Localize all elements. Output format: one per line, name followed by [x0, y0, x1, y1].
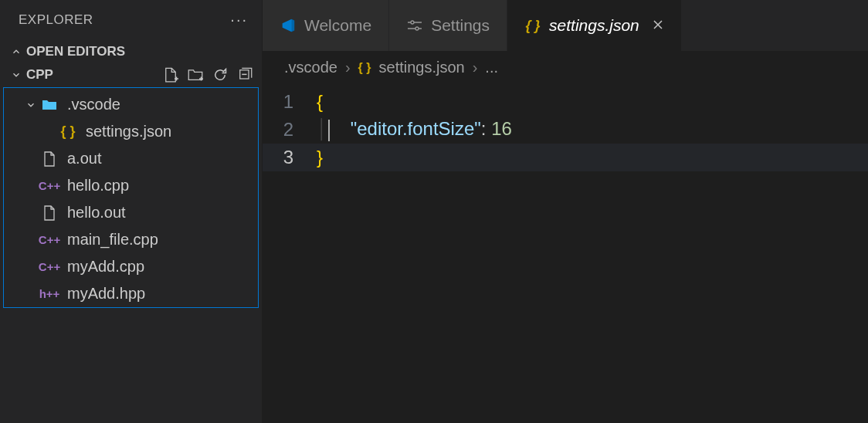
- hpp-icon: h++: [39, 287, 59, 300]
- tree-folder-vscode[interactable]: .vscode: [4, 91, 258, 118]
- new-folder-icon[interactable]: [188, 67, 203, 83]
- explorer-header: EXPLORER ···: [0, 0, 262, 39]
- tree-item-label: hello.out: [67, 204, 126, 222]
- tree-item-label: .vscode: [67, 96, 120, 113]
- json-icon: { }: [524, 18, 541, 34]
- editor-line[interactable]: 3}: [263, 144, 868, 171]
- chevron-right-icon: ›: [473, 59, 478, 76]
- workspace-section[interactable]: CPP: [0, 64, 262, 86]
- settings-icon: [406, 18, 423, 33]
- tree-file-settings-json[interactable]: { } settings.json: [4, 118, 258, 145]
- file-tree: .vscode { } settings.json a.out C++ hell…: [3, 87, 259, 308]
- tab-settings[interactable]: Settings: [389, 0, 507, 51]
- tree-file-myadd-hpp[interactable]: h++ myAdd.hpp: [4, 280, 258, 307]
- editor-area: Welcome Settings { } settings.json .vsco…: [263, 0, 868, 423]
- chevron-down-icon: [25, 100, 39, 110]
- cpp-icon: C++: [39, 179, 59, 192]
- tree-file-myadd-cpp[interactable]: C++ myAdd.cpp: [4, 253, 258, 280]
- svg-point-2: [415, 27, 419, 30]
- tree-file-hello-cpp[interactable]: C++ hello.cpp: [4, 172, 258, 199]
- code-content: │ "editor.fontSize": 16: [317, 118, 512, 141]
- workspace-actions: [163, 67, 253, 83]
- svg-point-1: [411, 21, 414, 24]
- cpp-icon: C++: [39, 233, 59, 246]
- tree-item-label: hello.cpp: [67, 177, 129, 195]
- editor-line[interactable]: 1{: [263, 88, 868, 116]
- line-number: 2: [263, 119, 317, 140]
- breadcrumb-segment[interactable]: settings.json: [379, 59, 465, 76]
- breadcrumb-segment[interactable]: ...: [485, 59, 498, 76]
- refresh-icon[interactable]: [212, 67, 228, 83]
- breadcrumb-segment[interactable]: .vscode: [284, 59, 337, 76]
- tree-file-aout[interactable]: a.out: [4, 145, 258, 172]
- chevron-right-icon: [9, 45, 23, 59]
- close-icon[interactable]: [652, 16, 664, 35]
- chevron-down-icon: [9, 68, 23, 82]
- tab-settings-json[interactable]: { } settings.json: [507, 0, 682, 51]
- code-editor[interactable]: 1{2│ "editor.fontSize": 163}: [263, 85, 868, 171]
- tab-label: Welcome: [304, 16, 371, 35]
- tree-file-hello-out[interactable]: hello.out: [4, 199, 258, 226]
- tree-file-mainfile-cpp[interactable]: C++ main_file.cpp: [4, 226, 258, 253]
- tree-item-label: main_file.cpp: [67, 231, 158, 249]
- explorer-title: EXPLORER: [19, 12, 93, 28]
- line-number: 1: [263, 91, 317, 113]
- breadcrumb[interactable]: .vscode › { } settings.json › ...: [263, 51, 868, 85]
- editor-line[interactable]: 2│ "editor.fontSize": 16: [263, 116, 868, 144]
- tree-item-label: settings.json: [86, 123, 171, 140]
- tree-item-label: myAdd.cpp: [67, 258, 144, 276]
- tab-label: settings.json: [549, 16, 639, 35]
- cpp-icon: C++: [39, 260, 59, 273]
- more-actions-icon[interactable]: ···: [230, 11, 248, 29]
- open-editors-section[interactable]: OPEN EDITORS: [0, 39, 262, 64]
- tab-label: Settings: [431, 16, 490, 35]
- collapse-all-icon[interactable]: [237, 67, 253, 83]
- code-content: {: [317, 91, 323, 113]
- code-content: }: [317, 147, 323, 168]
- tab-bar: Welcome Settings { } settings.json: [263, 0, 868, 51]
- json-icon: { }: [358, 61, 371, 75]
- vscode-icon: [280, 17, 297, 34]
- tree-item-label: a.out: [67, 150, 101, 168]
- workspace-label: CPP: [26, 67, 163, 83]
- tab-welcome[interactable]: Welcome: [263, 0, 389, 51]
- new-file-icon[interactable]: [163, 67, 178, 83]
- file-icon: [39, 151, 59, 167]
- line-number: 3: [263, 147, 317, 168]
- folder-icon: [39, 99, 59, 111]
- file-icon: [39, 205, 59, 221]
- tree-item-label: myAdd.hpp: [67, 285, 145, 303]
- chevron-right-icon: ›: [345, 59, 351, 76]
- explorer-sidebar: EXPLORER ··· OPEN EDITORS CPP .vscode: [0, 0, 263, 423]
- open-editors-label: OPEN EDITORS: [26, 44, 125, 59]
- json-icon: { }: [58, 124, 78, 140]
